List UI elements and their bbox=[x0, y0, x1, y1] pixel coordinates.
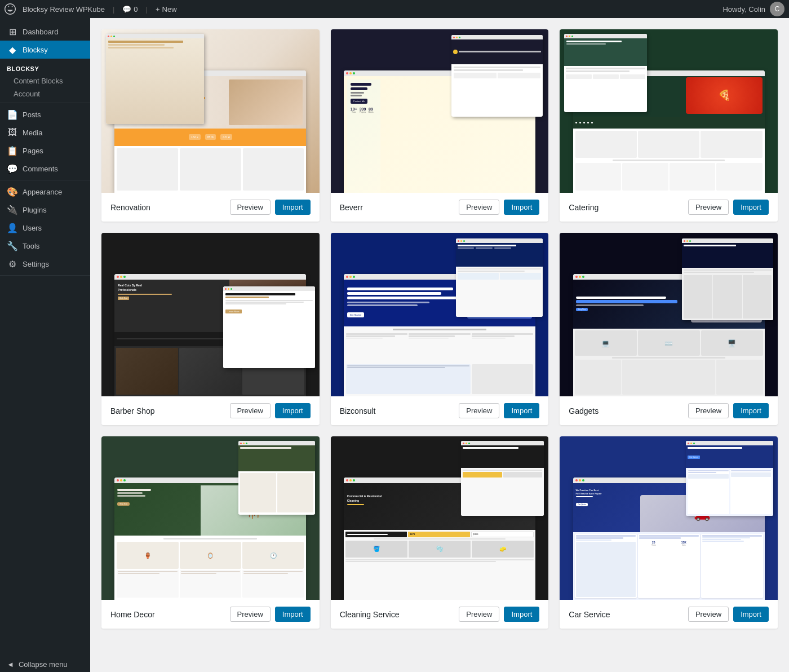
media-icon: 🖼 bbox=[7, 127, 18, 138]
beverr-secondary bbox=[451, 35, 543, 117]
comments-icon: 💬 bbox=[7, 163, 18, 174]
comments-link[interactable]: 💬 0 bbox=[122, 5, 138, 14]
template-thumb-cleaning: Commercial & Residential Cleaning 🧹 bbox=[331, 436, 549, 600]
howdy-text: Howdy, Colin bbox=[722, 5, 765, 14]
users-label: Users bbox=[23, 224, 42, 232]
preview-button-catering[interactable]: Preview bbox=[688, 200, 729, 215]
account-label: Account bbox=[14, 90, 40, 98]
import-button-renovation[interactable]: Import bbox=[275, 200, 311, 215]
tools-label: Tools bbox=[23, 242, 39, 250]
template-footer-barbershop: Barber Shop Preview Import bbox=[101, 396, 320, 425]
import-button-barbershop[interactable]: Import bbox=[275, 403, 311, 418]
blocksy-icon: ◆ bbox=[7, 44, 18, 55]
preview-button-carservice[interactable]: Preview bbox=[688, 607, 729, 622]
import-button-cleaning[interactable]: Import bbox=[504, 607, 539, 622]
template-card-carservice: We Practice The Best Full Service Auto R… bbox=[560, 436, 778, 629]
pages-label: Pages bbox=[23, 147, 43, 155]
sidebar-item-tools[interactable]: 🔧 Tools bbox=[0, 237, 90, 255]
import-button-bizconsult[interactable]: Import bbox=[504, 403, 539, 418]
wp-logo[interactable] bbox=[5, 3, 16, 15]
template-grid: Get Quote Learn More 162 + 85 % bbox=[101, 29, 778, 629]
template-name-carservice: Car Service bbox=[569, 610, 684, 619]
template-card-bizconsult: Get Started 🤝 bbox=[331, 233, 549, 425]
preview-button-homedecor[interactable]: Preview bbox=[230, 607, 271, 622]
template-card-renovation: Get Quote Learn More 162 + 85 % bbox=[101, 29, 320, 222]
sidebar-item-plugins[interactable]: 🔌 Plugins bbox=[0, 201, 90, 219]
import-button-carservice[interactable]: Import bbox=[733, 607, 769, 622]
import-button-catering[interactable]: Import bbox=[733, 200, 769, 215]
media-label: Media bbox=[23, 129, 42, 137]
plugins-label: Plugins bbox=[23, 206, 47, 214]
divider2 bbox=[0, 180, 90, 180]
sidebar-item-appearance[interactable]: 🎨 Appearance bbox=[0, 183, 90, 201]
template-thumb-barbershop: Real Cuts By RealProfessionals Book Now bbox=[101, 233, 320, 396]
preview-button-bizconsult[interactable]: Preview bbox=[459, 403, 499, 418]
template-thumb-gadgets: Shop Now 📱 bbox=[560, 233, 778, 396]
import-button-gadgets[interactable]: Import bbox=[733, 403, 769, 418]
template-footer-cleaning: Cleaning Service Preview Import bbox=[331, 600, 549, 629]
preview-button-cleaning[interactable]: Preview bbox=[459, 607, 499, 622]
comments-label: Comments bbox=[23, 165, 58, 173]
avatar: C bbox=[770, 2, 784, 16]
new-link[interactable]: + New bbox=[156, 5, 177, 14]
sidebar-item-comments[interactable]: 💬 Comments bbox=[0, 160, 90, 178]
admin-topbar: Blocksy Review WPKube | 💬 0 | + New Howd… bbox=[0, 0, 789, 18]
sidebar-item-dashboard[interactable]: ⊞ Dashboard bbox=[0, 23, 90, 41]
user-menu[interactable]: Howdy, Colin C bbox=[722, 2, 784, 16]
template-thumb-beverr: Contact Me 10+ Years bbox=[331, 29, 549, 193]
preview-button-gadgets[interactable]: Preview bbox=[688, 403, 729, 418]
sidebar-label-blocksy: Blocksy bbox=[23, 46, 48, 54]
import-button-homedecor[interactable]: Import bbox=[275, 607, 311, 622]
template-name-renovation: Renovation bbox=[110, 203, 225, 212]
new-label: New bbox=[162, 5, 177, 14]
preview-button-renovation[interactable]: Preview bbox=[230, 200, 271, 215]
sidebar-item-posts[interactable]: 📄 Posts bbox=[0, 105, 90, 123]
import-button-beverr[interactable]: Import bbox=[504, 200, 539, 215]
template-name-barbershop: Barber Shop bbox=[110, 406, 225, 415]
plus-icon: + bbox=[156, 5, 160, 14]
settings-label: Settings bbox=[23, 260, 49, 268]
sidebar: ⊞ Dashboard ◆ Blocksy Blocksy Content Bl… bbox=[0, 18, 90, 672]
site-name[interactable]: Blocksy Review WPKube bbox=[23, 5, 105, 14]
blocksy-section-label: Blocksy bbox=[0, 59, 90, 74]
template-footer-catering: Catering Preview Import bbox=[560, 193, 778, 222]
preview-button-barbershop[interactable]: Preview bbox=[230, 403, 271, 418]
template-footer-beverr: Beverr Preview Import bbox=[331, 193, 549, 222]
sidebar-item-users[interactable]: 👤 Users bbox=[0, 219, 90, 237]
plugins-icon: 🔌 bbox=[7, 204, 18, 215]
comments-count: 0 bbox=[134, 5, 138, 14]
sidebar-item-media[interactable]: 🖼 Media bbox=[0, 123, 90, 142]
collapse-menu-button[interactable]: ◄ Collapse menu bbox=[0, 657, 90, 672]
sidebar-item-content-blocks[interactable]: Content Blocks bbox=[0, 74, 90, 87]
template-card-gadgets: Shop Now 📱 bbox=[560, 233, 778, 425]
dashboard-icon: ⊞ bbox=[7, 26, 18, 37]
users-icon: 👤 bbox=[7, 222, 18, 233]
template-name-beverr: Beverr bbox=[340, 203, 455, 212]
template-name-bizconsult: Bizconsult bbox=[340, 406, 455, 415]
content-blocks-label: Content Blocks bbox=[14, 77, 63, 85]
sidebar-item-blocksy[interactable]: ◆ Blocksy bbox=[0, 41, 90, 59]
sidebar-item-account[interactable]: Account bbox=[0, 87, 90, 100]
template-footer-homedecor: Home Decor Preview Import bbox=[101, 600, 320, 629]
template-name-cleaning: Cleaning Service bbox=[340, 610, 455, 619]
template-thumb-homedecor: Shop Now 🪑 bbox=[101, 436, 320, 600]
gadgets-secondary bbox=[682, 238, 773, 320]
template-footer-bizconsult: Bizconsult Preview Import bbox=[331, 396, 549, 425]
tools-icon: 🔧 bbox=[7, 240, 18, 251]
homedecor-secondary bbox=[238, 441, 314, 515]
main-content: Get Quote Learn More 162 + 85 % bbox=[90, 18, 789, 672]
sidebar-item-pages[interactable]: 📋 Pages bbox=[0, 142, 90, 160]
sidebar-item-settings[interactable]: ⚙ Settings bbox=[0, 255, 90, 273]
posts-icon: 📄 bbox=[7, 109, 18, 120]
posts-label: Posts bbox=[23, 110, 41, 119]
settings-icon: ⚙ bbox=[7, 258, 18, 269]
template-name-catering: Catering bbox=[569, 203, 684, 212]
template-name-gadgets: Gadgets bbox=[569, 406, 684, 415]
template-footer-renovation: Renovation Preview Import bbox=[101, 193, 320, 222]
collapse-icon: ◄ bbox=[7, 660, 14, 669]
separator2: | bbox=[146, 5, 148, 14]
comment-bubble-icon: 💬 bbox=[122, 5, 131, 14]
divider3 bbox=[0, 275, 90, 276]
preview-button-beverr[interactable]: Preview bbox=[459, 200, 499, 215]
template-footer-gadgets: Gadgets Preview Import bbox=[560, 396, 778, 425]
